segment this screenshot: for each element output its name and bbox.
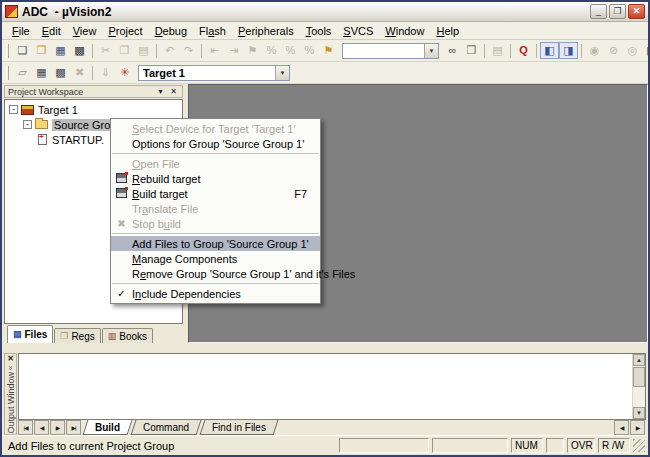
dropdown-arrow-icon[interactable]: ▼ — [275, 66, 289, 80]
output-tab-find-in-files[interactable]: Find in Files — [200, 420, 279, 435]
tab-regs[interactable]: ❐Regs — [54, 328, 100, 343]
toolbar-gripper[interactable] — [6, 44, 9, 58]
output-close-button[interactable]: ✕ — [7, 355, 14, 363]
find-button[interactable]: ∞ — [443, 42, 462, 59]
menubar-item-svcs[interactable]: SVCS — [337, 23, 379, 39]
menubar-item-peripherals[interactable]: Peripherals — [232, 23, 300, 39]
next-bookmark-icon: % — [286, 45, 296, 56]
undo-arrow-icon: ↶ — [165, 45, 174, 56]
toolbar-separator — [536, 44, 537, 58]
menu-item-label: Translate File — [132, 203, 198, 215]
resize-grip[interactable] — [633, 439, 645, 452]
output-nav-button-1[interactable]: ◀ — [34, 420, 49, 435]
menu-item-add-files-to-group-source-group-1-[interactable]: Add Files to Group 'Source Group 1' — [111, 236, 320, 251]
hscroll-left-icon[interactable]: ◀ — [614, 420, 629, 435]
menu-item-label: Options for Group 'Source Group 1' — [132, 138, 304, 150]
toolbar-separator — [581, 44, 582, 58]
menu-separator — [112, 153, 319, 154]
menubar-item-edit[interactable]: Edit — [36, 23, 67, 39]
notebook-icon: ❒ — [467, 45, 477, 56]
window-title: ADC - µVision2 — [22, 5, 111, 19]
new-file-button[interactable]: ❏ — [13, 42, 32, 59]
menu-item-label: Rebuild target — [132, 173, 201, 185]
translate-icon: ▱ — [18, 67, 26, 78]
menubar-item-flash[interactable]: Flash — [193, 23, 232, 39]
insert-breakpoint-button: ◉ — [585, 42, 604, 59]
horizontal-splitter[interactable] — [2, 343, 648, 353]
main-area: Project Workspace ▾ ✕ -Target 1-Source G… — [2, 84, 648, 343]
build-icon — [116, 188, 127, 198]
menubar-item-window[interactable]: Window — [379, 23, 430, 39]
menubar-item-debug[interactable]: Debug — [149, 23, 193, 39]
open-file-button[interactable]: ❐ — [32, 42, 51, 59]
output-tab-strip: |◀◀▶▶|BuildCommandFind in Files◀▶ — [18, 420, 646, 435]
load-flash-icon: ⇓ — [101, 67, 110, 78]
workspace-close-button[interactable]: ✕ — [168, 87, 179, 97]
menubar-item-view[interactable]: View — [67, 23, 103, 39]
menu-item-remove-group-source-group-1-and-it-s-fil[interactable]: Remove Group 'Source Group 1' and it's F… — [111, 266, 320, 281]
tab-books[interactable]: ▥Books — [102, 328, 153, 343]
menubar-item-project[interactable]: Project — [102, 23, 148, 39]
binoculars-icon: ∞ — [449, 45, 457, 56]
output-body: ▲ ▼ |◀◀▶▶|BuildCommandFind in Files◀▶ — [18, 353, 646, 435]
status-panels: NUMOVRR /W — [339, 438, 630, 453]
output-tab-label: Build — [86, 422, 129, 433]
configure-tools-button[interactable]: ▩ — [642, 42, 650, 59]
output-nav-button-0[interactable]: |◀ — [18, 420, 33, 435]
close-button[interactable]: ✕ — [628, 4, 645, 19]
books-window-button[interactable]: ❒ — [462, 42, 481, 59]
find-in-files-button[interactable]: Q — [514, 42, 533, 59]
menubar-item-file[interactable]: File — [6, 23, 36, 39]
menu-item-rebuild-target[interactable]: Rebuild target — [111, 171, 320, 186]
print-button: ▤ — [488, 42, 507, 59]
tab-label: Files — [25, 329, 48, 340]
scroll-thumb[interactable] — [633, 367, 645, 387]
redo-arrow-icon: ↷ — [184, 45, 193, 56]
hscroll-right-icon[interactable]: ▶ — [630, 420, 645, 435]
build-target-btn-button[interactable]: ▦ — [32, 64, 51, 81]
bookmark-flag-button[interactable]: ⚑ — [319, 42, 338, 59]
menu-item-translate-file: Translate File — [111, 201, 320, 216]
menu-item-label: Add Files to Group 'Source Group 1' — [132, 238, 309, 250]
title-bar: ADC - µVision2 _❐✕ — [2, 2, 648, 22]
output-vertical-scrollbar[interactable]: ▲ ▼ — [632, 354, 645, 419]
menubar-item-help[interactable]: Help — [430, 23, 465, 39]
maximize-button[interactable]: ❐ — [609, 4, 626, 19]
workspace-collapse-button[interactable]: ▾ — [155, 87, 166, 97]
dropdown-arrow-icon[interactable]: ▼ — [424, 44, 438, 58]
save-file-button[interactable]: ▦ — [51, 42, 70, 59]
rebuild-target-btn-button[interactable]: ▩ — [51, 64, 70, 81]
output-pin-icon[interactable]: » — [6, 366, 14, 370]
project-window-toggle-button[interactable]: ◧ — [540, 42, 559, 59]
options-for-target-button[interactable]: ✳ — [115, 64, 134, 81]
scroll-down-icon[interactable]: ▼ — [633, 407, 645, 419]
toolbar-gripper[interactable] — [6, 66, 9, 80]
output-window-toggle-button[interactable]: ◨ — [559, 42, 578, 59]
output-nav-button-3[interactable]: ▶| — [66, 420, 81, 435]
tree-expander[interactable]: - — [23, 120, 32, 129]
app-logo-icon — [5, 5, 18, 18]
output-nav-button-2[interactable]: ▶ — [50, 420, 65, 435]
menu-item-include-dependencies[interactable]: ✓Include Dependencies — [111, 286, 320, 301]
menu-item-manage-components[interactable]: Manage Components — [111, 251, 320, 266]
tree-node-target-1[interactable]: -Target 1 — [5, 102, 182, 117]
scroll-up-icon[interactable]: ▲ — [633, 354, 645, 366]
output-text-area[interactable]: ▲ ▼ — [18, 353, 646, 420]
indent-left-icon: ⇤ — [210, 45, 219, 56]
translate-file-button[interactable]: ▱ — [13, 64, 32, 81]
menu-item-stop-build: ✖Stop build — [111, 216, 320, 231]
menu-item-options-for-group-source-group-1-[interactable]: Options for Group 'Source Group 1' — [111, 136, 320, 151]
minimize-button[interactable]: _ — [590, 4, 607, 19]
tree-expander[interactable]: - — [9, 105, 18, 114]
output-dock-strip: ✕ » Output Window — [4, 353, 17, 435]
tab-files[interactable]: ▤Files — [7, 325, 53, 343]
menu-item-build-target[interactable]: Build targetF7 — [111, 186, 320, 201]
checkmark-icon: ✓ — [111, 289, 132, 299]
output-tab-build[interactable]: Build — [83, 420, 133, 435]
target-combo[interactable]: Target 1▼ — [138, 65, 290, 81]
find-combo[interactable]: ▼ — [342, 43, 439, 59]
package-icon: ▩ — [646, 45, 650, 56]
menubar-item-tools[interactable]: Tools — [300, 23, 338, 39]
output-tab-command[interactable]: Command — [131, 420, 202, 435]
save-all-button[interactable]: ▩ — [70, 42, 89, 59]
